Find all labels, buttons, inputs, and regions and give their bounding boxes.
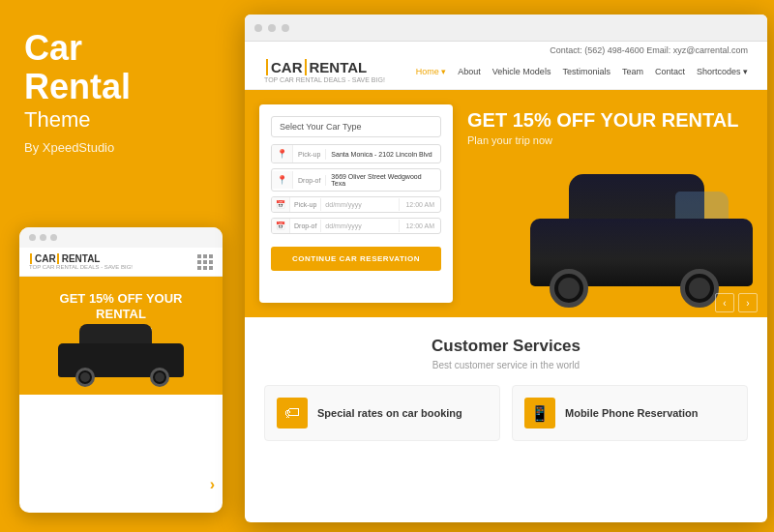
dropoff-time: 12:00 AM — [399, 220, 440, 232]
browser-circle-2 — [268, 24, 276, 32]
service-text-2: Mobile Phone Reservation — [565, 407, 699, 419]
services-title: Customer Services — [264, 337, 748, 356]
nav-shortcodes[interactable]: Shortcodes ▾ — [697, 67, 748, 76]
browser-window: Contact: (562) 498-4600 Email: xyz@carre… — [245, 15, 767, 522]
browser-circle-1 — [254, 24, 262, 32]
mobile-dot-3 — [50, 234, 57, 241]
mobile-header: CARRENTAL TOP CAR RENTAL DEALS - SAVE BI… — [19, 248, 223, 277]
mobile-dot-1 — [29, 234, 36, 241]
hero-plan: Plan your trip now — [467, 134, 753, 146]
site-logo: CARRENTAL TOP CAR RENTAL DEALS - SAVE BI… — [264, 59, 385, 83]
browser-circle-3 — [282, 24, 289, 32]
nav-vehicles[interactable]: Vehicle Models — [492, 67, 551, 76]
pickup-location-icon: 📍 — [272, 145, 293, 163]
left-panel: Car Rental Theme By XpeedStudio CARRENTA… — [0, 0, 237, 532]
left-subtitle: Theme — [24, 107, 213, 133]
hero-discount: GET 15% OFF YOUR RENTAL — [467, 109, 753, 131]
nav-contact[interactable]: Contact — [655, 67, 685, 76]
services-section: Customer Services Best customer service … — [245, 317, 767, 451]
browser-titlebar — [245, 15, 767, 42]
pickup-date: dd/mm/yyyy — [321, 198, 399, 211]
services-subtitle: Best customer service in the world — [264, 360, 748, 370]
service-card-2: 📱 Mobile Phone Reservation — [512, 385, 748, 441]
mobile-dots — [19, 227, 223, 248]
mobile-logo: CARRENTAL — [29, 253, 133, 264]
service-card-1: 🏷 Special rates on car booking — [264, 385, 500, 441]
hero-car-image — [525, 192, 758, 308]
hero-right: GET 15% OFF YOUR RENTAL Plan your trip n… — [453, 90, 767, 317]
mobile-tagline: TOP CAR RENTAL DEALS - SAVE BIG! — [29, 264, 133, 270]
hero-prev-arrow[interactable]: ‹ — [715, 293, 734, 312]
pickup-date-label: Pick-up — [290, 198, 321, 211]
mobile-dot-2 — [40, 234, 46, 241]
grid-icon — [197, 254, 213, 270]
nav-home[interactable]: Home ▾ — [416, 67, 447, 76]
site-tagline: TOP CAR RENTAL DEALS - SAVE BIG! — [264, 76, 385, 83]
mobile-hero: GET 15% OFF YOUR RENTAL Plan your trip n… — [19, 277, 223, 395]
site-logo-text: CARRENTAL — [264, 59, 385, 75]
dropoff-date: dd/mm/yyyy — [321, 220, 399, 232]
dropoff-value: 3669 Oliver Street Wedgwood Texa — [326, 169, 440, 191]
pickup-label: Pick-up — [293, 149, 326, 160]
mobile-next-arrow[interactable]: › — [210, 476, 215, 493]
hero-section: Select Your Car Type 📍 Pick-up Santa Mon… — [245, 90, 767, 317]
dropoff-location-icon: 📍 — [272, 171, 293, 189]
continue-reservation-button[interactable]: CONTINUE CAR RESERVATION — [271, 247, 441, 271]
car-type-select[interactable]: Select Your Car Type — [271, 116, 441, 137]
pickup-value: Santa Monica - 2102 Lincoln Blvd — [326, 147, 440, 162]
pickup-datetime-row: 📅 Pick-up dd/mm/yyyy 12:00 AM — [271, 196, 441, 213]
hero-nav-arrows: ‹ › — [715, 293, 758, 312]
services-cards: 🏷 Special rates on car booking 📱 Mobile … — [264, 385, 748, 441]
pickup-time: 12:00 AM — [399, 198, 440, 211]
nav-team[interactable]: Team — [622, 67, 643, 76]
nav-testimonials[interactable]: Testimonials — [562, 67, 610, 76]
dropoff-date-label: Drop-of — [290, 220, 321, 232]
nav-row: CARRENTAL TOP CAR RENTAL DEALS - SAVE BI… — [264, 59, 748, 83]
contact-bar: Contact: (562) 498-4600 Email: xyz@carre… — [264, 45, 748, 55]
dropoff-label: Drop-of — [293, 175, 326, 186]
booking-form: Select Your Car Type 📍 Pick-up Santa Mon… — [259, 104, 453, 303]
service-icon-2: 📱 — [524, 398, 555, 429]
site-header: Contact: (562) 498-4600 Email: xyz@carre… — [245, 42, 767, 90]
dropoff-location-row: 📍 Drop-of 3669 Oliver Street Wedgwood Te… — [271, 168, 441, 192]
service-text-1: Special rates on car booking — [317, 407, 462, 419]
hero-next-arrow[interactable]: › — [738, 293, 758, 312]
site-nav: Home ▾ About Vehicle Models Testimonials… — [416, 67, 748, 76]
pickup-location-row: 📍 Pick-up Santa Monica - 2102 Lincoln Bl… — [271, 144, 441, 163]
calendar-icon-pickup: 📅 — [272, 197, 290, 212]
service-icon-1: 🏷 — [277, 398, 308, 429]
nav-about[interactable]: About — [458, 67, 481, 76]
dropoff-datetime-row: 📅 Drop-of dd/mm/yyyy 12:00 AM — [271, 218, 441, 234]
mobile-hero-title: GET 15% OFF YOUR RENTAL — [29, 291, 213, 321]
left-by: By XpeedStudio — [24, 140, 213, 155]
calendar-icon-dropoff: 📅 — [272, 219, 290, 233]
mobile-car-image — [58, 334, 184, 387]
left-title: Car Rental — [24, 29, 213, 105]
mobile-mockup: CARRENTAL TOP CAR RENTAL DEALS - SAVE BI… — [19, 227, 223, 513]
